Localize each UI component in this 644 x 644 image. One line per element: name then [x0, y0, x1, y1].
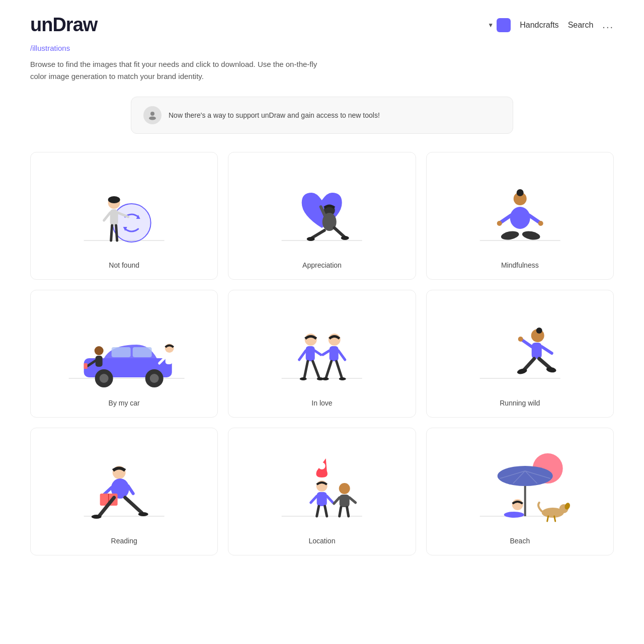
svg-rect-35 [133, 347, 152, 357]
svg-point-63 [339, 377, 346, 380]
svg-line-83 [125, 498, 142, 513]
illustration-mindfulness [437, 163, 603, 253]
card-label-appreciation: Appreciation [302, 261, 342, 269]
svg-line-50 [299, 351, 306, 360]
illustration-in-love [238, 300, 405, 391]
svg-line-53 [313, 361, 319, 378]
banner: Now there's a way to support unDraw and … [131, 97, 513, 134]
svg-line-69 [541, 347, 551, 353]
header: unDraw ▼ Handcrafts Search ... [30, 0, 614, 44]
svg-line-79 [128, 486, 133, 494]
svg-point-74 [518, 337, 523, 342]
svg-line-10 [116, 225, 117, 240]
svg-line-52 [304, 361, 308, 378]
card-label-mindfulness: Mindfulness [501, 261, 539, 269]
card-label-beach: Beach [510, 537, 530, 545]
color-swatch[interactable] [497, 18, 511, 32]
svg-rect-55 [330, 346, 339, 361]
illustration-not-found [41, 163, 207, 253]
svg-line-90 [311, 496, 317, 503]
svg-rect-46 [84, 363, 88, 369]
illustration-reading [41, 438, 207, 529]
card-by-my-car[interactable]: By my car [30, 290, 218, 418]
svg-point-31 [538, 221, 543, 226]
svg-rect-34 [112, 347, 131, 357]
svg-line-112 [554, 516, 555, 521]
svg-line-18 [312, 230, 325, 238]
svg-line-70 [524, 359, 534, 370]
banner-icon [143, 106, 162, 124]
card-beach[interactable]: Beach [426, 428, 614, 555]
card-running-wild[interactable]: Running wild [426, 290, 614, 418]
svg-rect-67 [531, 343, 541, 359]
svg-point-85 [138, 512, 148, 516]
card-label-reading: Reading [111, 537, 137, 545]
svg-rect-95 [340, 495, 350, 507]
svg-rect-89 [317, 492, 327, 506]
svg-point-40 [95, 346, 104, 355]
card-appreciation[interactable]: Appreciation [228, 152, 416, 280]
svg-line-98 [340, 507, 341, 516]
svg-line-71 [539, 359, 550, 368]
svg-point-26 [500, 230, 519, 241]
card-label-running-wild: Running wild [500, 399, 540, 407]
illustrations-grid: Not found [30, 152, 614, 555]
svg-line-78 [104, 488, 112, 495]
handcrafts-link[interactable]: Handcrafts [520, 21, 558, 30]
svg-point-30 [497, 221, 502, 226]
illustration-appreciation [238, 163, 405, 253]
nav-right: ▼ Handcrafts Search ... [488, 18, 614, 32]
svg-point-20 [307, 237, 315, 241]
svg-point-66 [536, 328, 542, 334]
svg-line-99 [347, 507, 349, 516]
card-mindfulness[interactable]: Mindfulness [426, 152, 614, 280]
illustration-location [238, 438, 405, 529]
svg-line-97 [350, 498, 356, 503]
svg-line-59 [337, 361, 342, 378]
card-location[interactable]: Location [228, 428, 416, 555]
card-reading[interactable]: Reading [30, 428, 218, 555]
svg-line-56 [323, 351, 330, 355]
svg-line-91 [327, 496, 333, 503]
description: Browse to find the images that fit your … [30, 58, 332, 83]
card-label-not-found: Not found [109, 261, 139, 269]
svg-point-84 [92, 515, 102, 519]
svg-point-87 [318, 462, 326, 469]
breadcrumb[interactable]: /illustrations [30, 44, 614, 52]
search-link[interactable]: Search [568, 21, 594, 30]
svg-line-96 [334, 498, 340, 504]
svg-point-1 [149, 117, 156, 120]
card-label-by-my-car: By my car [109, 399, 140, 407]
svg-line-57 [339, 351, 345, 360]
color-dropdown[interactable]: ▼ [488, 18, 511, 32]
svg-line-92 [317, 506, 319, 516]
svg-point-60 [300, 377, 307, 380]
chevron-down-icon: ▼ [488, 22, 494, 29]
svg-line-11 [104, 213, 110, 220]
svg-point-24 [516, 189, 523, 196]
svg-line-19 [335, 228, 345, 237]
svg-line-9 [111, 225, 112, 240]
svg-point-39 [150, 374, 159, 383]
svg-rect-49 [306, 346, 315, 361]
card-label-in-love: In love [311, 399, 332, 407]
card-in-love[interactable]: In love [228, 290, 416, 418]
svg-point-0 [150, 112, 154, 116]
logo: unDraw [30, 14, 97, 36]
svg-point-27 [521, 230, 540, 241]
svg-point-114 [504, 512, 524, 518]
svg-point-25 [510, 207, 530, 229]
more-icon[interactable]: ... [602, 19, 614, 31]
svg-line-29 [529, 215, 540, 223]
banner-text: Now there's a way to support unDraw and … [169, 111, 380, 119]
svg-line-93 [325, 506, 327, 516]
illustration-beach [437, 438, 603, 529]
card-not-found[interactable]: Not found [30, 152, 218, 280]
svg-point-62 [322, 377, 329, 380]
svg-point-37 [100, 374, 109, 383]
svg-point-94 [339, 483, 350, 494]
svg-line-111 [547, 516, 548, 521]
svg-line-51 [315, 351, 321, 355]
svg-line-68 [521, 340, 531, 347]
svg-point-103 [497, 466, 552, 486]
